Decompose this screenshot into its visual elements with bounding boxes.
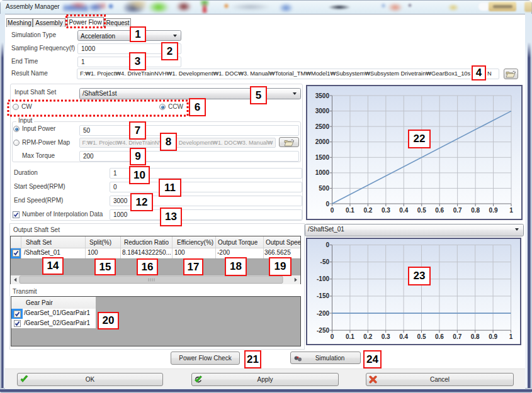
svg-text:0.3: 0.3: [382, 207, 390, 214]
svg-text:0.9: 0.9: [489, 333, 497, 340]
svg-text:0.2: 0.2: [363, 333, 372, 340]
svg-text:1000: 1000: [315, 169, 330, 176]
svg-text:0: 0: [325, 241, 329, 248]
svg-text:0.8: 0.8: [471, 333, 480, 340]
svg-text:0: 0: [331, 333, 334, 340]
svg-text:3000: 3000: [315, 108, 330, 114]
svg-text:0.4: 0.4: [399, 333, 408, 340]
svg-text:0.5: 0.5: [417, 333, 426, 340]
svg-text:0.9: 0.9: [489, 207, 498, 214]
svg-text:-250: -250: [317, 327, 329, 334]
svg-text:0.2: 0.2: [363, 207, 372, 214]
svg-text:1500: 1500: [315, 154, 330, 161]
svg-text:0: 0: [331, 207, 334, 214]
svg-text:-150: -150: [317, 292, 329, 299]
svg-text:1: 1: [509, 207, 513, 214]
svg-text:0.3: 0.3: [382, 333, 390, 340]
svg-text:-50: -50: [320, 258, 330, 265]
svg-text:0.1: 0.1: [346, 333, 354, 340]
svg-text:0.6: 0.6: [435, 207, 444, 214]
svg-text:2500: 2500: [315, 123, 330, 130]
svg-text:0.1: 0.1: [346, 207, 354, 214]
svg-text:-100: -100: [317, 275, 329, 282]
svg-text:0.4: 0.4: [399, 207, 408, 214]
svg-text:-200: -200: [317, 310, 329, 317]
svg-text:0: 0: [325, 201, 329, 208]
svg-text:0.5: 0.5: [417, 207, 426, 214]
svg-text:0.7: 0.7: [453, 207, 462, 214]
svg-text:0.8: 0.8: [471, 207, 480, 214]
svg-text:0.7: 0.7: [453, 333, 461, 340]
svg-text:3500: 3500: [315, 92, 330, 99]
svg-text:0.6: 0.6: [435, 333, 444, 340]
svg-text:1: 1: [509, 333, 513, 340]
svg-text:2000: 2000: [315, 138, 330, 145]
svg-text:500: 500: [319, 185, 329, 192]
